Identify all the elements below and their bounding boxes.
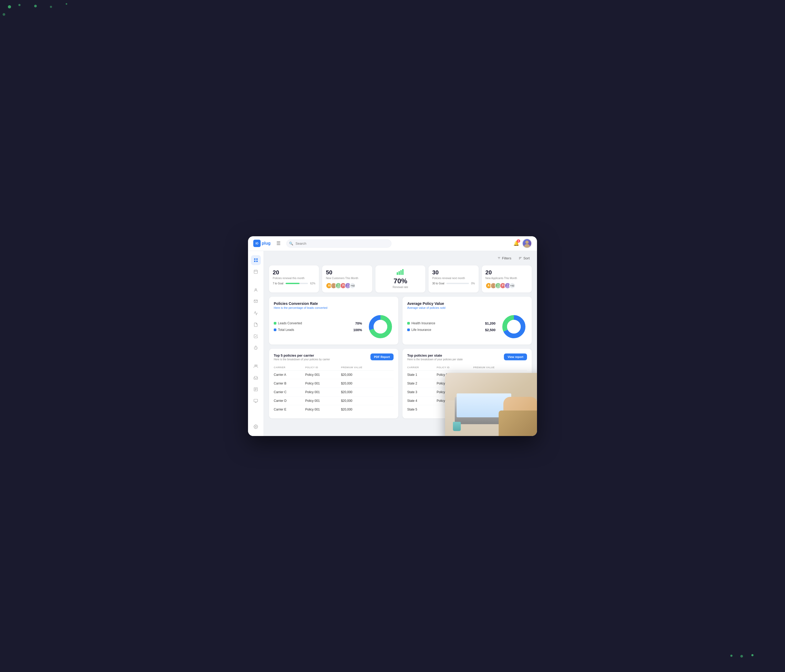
svg-point-23 — [255, 426, 256, 427]
legend-val-total: 100% — [353, 328, 362, 332]
progress-row-next: 30 to Goal 0% — [432, 282, 475, 285]
conversion-legend: Leads Converted 70% Total Leads 100% — [274, 321, 362, 332]
state-table-title-group: Top policies per state Here is the break… — [407, 354, 463, 361]
svg-rect-6 — [254, 270, 258, 274]
stat-card-applicants: 20 New Applicants This Month A P — [482, 265, 532, 293]
state-table-title: Top policies per state — [407, 354, 463, 357]
legend-left-life: Life Insurance — [407, 328, 431, 332]
stat-number-50: 50 — [326, 269, 368, 276]
svg-point-34 — [347, 284, 349, 286]
svg-point-10 — [255, 288, 256, 290]
legend-val-life: $2,500 — [485, 328, 496, 332]
avatar[interactable] — [522, 239, 532, 248]
svg-point-40 — [492, 284, 494, 286]
legend-item-life: Life Insurance $2,500 — [407, 328, 496, 332]
col-premium: PREMIUM VALUE — [341, 365, 394, 371]
menu-button[interactable]: ☰ — [275, 239, 282, 248]
stat-card-renewal-rate: 70% Renewal rate — [375, 265, 425, 293]
carrier-table-title: Top 5 policies per carrier — [274, 354, 330, 357]
state-table-subtitle: Here is the breakdown of your policies p… — [407, 358, 463, 361]
progress-bar — [286, 283, 308, 284]
svg-point-48 — [374, 320, 387, 334]
carrier-table-card: Top 5 policies per carrier Here is the b… — [269, 349, 398, 418]
pdf-report-button[interactable]: PDF Report — [371, 354, 394, 360]
table-row: Carrier E Policy 001 $20,000 — [274, 405, 394, 414]
policy-value-subtitle: Average value of policies sold — [407, 306, 527, 309]
sidebar-item-inbox[interactable] — [251, 373, 261, 383]
svg-rect-2 — [254, 258, 255, 260]
svg-rect-36 — [397, 272, 398, 275]
stat-label-customers: New Customers This Month — [326, 276, 368, 280]
more-badge: +42 — [349, 282, 356, 289]
policy-id-cell: Policy 001 — [305, 379, 341, 388]
conversion-donut — [367, 313, 394, 340]
policy-value-title: Average Policy Value — [407, 301, 527, 305]
more-badge-2: +42 — [509, 282, 516, 289]
filters-button[interactable]: Filters — [495, 255, 513, 261]
logo: IO plug — [253, 240, 271, 247]
svg-rect-38 — [400, 270, 402, 275]
sidebar — [248, 251, 264, 436]
legend-item-health: Health Insurance $1,200 — [407, 321, 496, 325]
stats-row: 20 Policies renewal this month 7 to Goal… — [269, 265, 532, 293]
sidebar-item-calendar[interactable] — [251, 267, 261, 277]
policy-donut — [501, 313, 527, 340]
stat-card-customers: 50 New Customers This Month A P — [322, 265, 372, 293]
progress-row: 7 to Goal 62% — [273, 282, 315, 285]
sidebar-item-files[interactable] — [251, 320, 261, 330]
notification-badge: 5 — [517, 240, 520, 243]
legend-text-life: Life Insurance — [411, 328, 431, 332]
stat-label-renewal-month: Policies renewal this month — [273, 276, 315, 280]
svg-point-0 — [525, 240, 529, 244]
progress-pct-next: 0% — [471, 282, 475, 285]
stat-number-applicants: 20 — [485, 269, 528, 276]
stat-number-20: 20 — [273, 269, 315, 276]
sidebar-item-tasks[interactable] — [251, 331, 261, 341]
policy-value-body: Health Insurance $1,200 Life Insurance $… — [407, 313, 527, 340]
premium-cell: $20,000 — [341, 396, 394, 405]
svg-point-32 — [337, 284, 339, 286]
search-icon: 🔍 — [289, 241, 293, 246]
carrier-cell: Carrier A — [274, 370, 305, 379]
sidebar-item-timer[interactable] — [251, 343, 261, 353]
sidebar-item-users[interactable] — [251, 285, 261, 295]
premium-cell: $20,000 — [341, 405, 394, 414]
legend-item-leads: Leads Converted 70% — [274, 321, 362, 325]
stat-card-renewal-next: 30 Policies renewal next month 30 to Goa… — [428, 265, 479, 293]
sidebar-item-dashboard[interactable] — [251, 255, 261, 265]
sort-button[interactable]: Sort — [516, 255, 532, 261]
svg-point-43 — [496, 286, 500, 289]
notification-button[interactable]: 🔔 5 — [513, 240, 519, 246]
legend-left-leads: Leads Converted — [274, 321, 302, 325]
state-cell: State 1 — [407, 370, 436, 379]
stat-card-renewal-month: 20 Policies renewal this month 7 to Goal… — [269, 265, 319, 293]
progress-bar-next — [446, 283, 469, 284]
col-policy-id: POLICY ID — [305, 365, 341, 371]
progress-pct: 62% — [310, 282, 315, 285]
search-bar: 🔍 — [286, 240, 391, 247]
policy-id-cell: Policy 001 — [305, 396, 341, 405]
svg-rect-39 — [402, 269, 403, 275]
sidebar-item-notes[interactable] — [251, 384, 261, 395]
svg-rect-4 — [254, 260, 255, 262]
app-window: IO plug ☰ 🔍 🔔 5 — [248, 236, 537, 436]
policy-legend: Health Insurance $1,200 Life Insurance $… — [407, 321, 496, 332]
legend-dot-blue — [274, 329, 276, 331]
state-cell: State 5 — [407, 405, 436, 414]
view-report-button[interactable]: View report — [504, 354, 527, 360]
sidebar-item-messages[interactable] — [251, 297, 261, 307]
sidebar-item-monitor[interactable] — [251, 396, 261, 406]
carrier-data-table: CARRIER POLICY ID PREMIUM VALUE Carrier … — [274, 365, 394, 414]
conversion-body: Leads Converted 70% Total Leads 100% — [274, 313, 394, 340]
sidebar-item-settings[interactable] — [251, 422, 261, 432]
svg-point-41 — [491, 286, 495, 289]
svg-point-42 — [497, 284, 499, 286]
state-table-header: Top policies per state Here is the break… — [407, 354, 527, 361]
legend-val-leads: 70% — [355, 321, 362, 325]
search-input[interactable] — [286, 240, 391, 247]
stat-avatars-2: A P +42 — [485, 282, 528, 289]
sidebar-item-analytics[interactable] — [251, 308, 261, 318]
sidebar-item-group[interactable] — [251, 361, 261, 371]
col-carrier: CARRIER — [274, 365, 305, 371]
legend-dot-life — [407, 329, 410, 331]
